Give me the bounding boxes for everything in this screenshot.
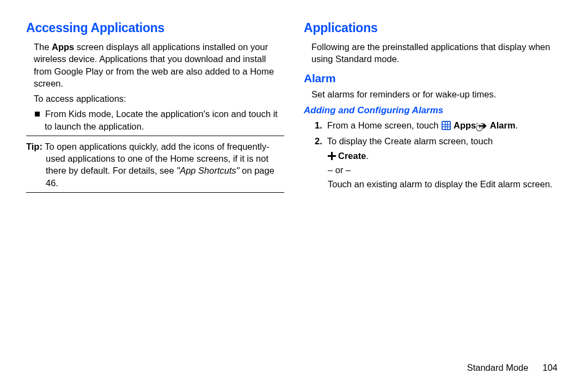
tip-label: Tip: [26, 142, 42, 151]
bullet-item: From Kids mode, Locate the application's… [26, 108, 284, 132]
create-label: Create [338, 151, 366, 161]
tip-block: Tip: To open applications quickly, add t… [26, 140, 284, 189]
period: . [366, 151, 369, 161]
bold-apps: Apps [52, 42, 74, 52]
apps-screen-paragraph: The Apps screen displays all application… [26, 41, 284, 89]
step-text: To display the Create alarm screen, touc… [327, 136, 493, 146]
footer-section: Standard Mode [467, 363, 529, 372]
preinstalled-paragraph: Following are the preinstalled applicati… [304, 41, 562, 65]
plus-icon [328, 152, 336, 160]
text: The [34, 42, 52, 52]
page-number: 104 [528, 363, 558, 372]
right-column: Applications Following are the preinstal… [294, 20, 562, 197]
bullet-text: From Kids mode, Locate the application's… [45, 109, 278, 131]
left-column: Accessing Applications The Apps screen d… [26, 20, 294, 197]
edit-alarm-paragraph: Touch an existing alarm to display the E… [304, 178, 562, 190]
step-number: 2. [315, 136, 322, 146]
apps-grid-icon [442, 121, 451, 130]
step-text: From a Home screen, touch [327, 120, 441, 130]
divider [26, 136, 284, 136]
square-bullet-icon [35, 112, 40, 117]
two-column-layout: Accessing Applications The Apps screen d… [26, 20, 562, 197]
alarm-label: Alarm [488, 120, 516, 130]
heading-accessing-applications: Accessing Applications [26, 20, 284, 36]
create-line: Create. [304, 150, 562, 162]
tip-reference: "App Shortcuts" [176, 166, 239, 175]
heading-adding-configuring: Adding and Configuring Alarms [304, 105, 562, 117]
step-number: 1. [315, 120, 322, 130]
step-1: 1. From a Home screen, touch Apps ➔ Alar… [304, 119, 562, 133]
period: . [516, 120, 518, 130]
alarm-desc-paragraph: Set alarms for reminders or for wake-up … [304, 88, 562, 100]
heading-alarm: Alarm [304, 71, 562, 86]
to-access-paragraph: To access applications: [26, 93, 284, 105]
step-2: 2. To display the Create alarm screen, t… [304, 135, 562, 147]
numbered-list: 1. From a Home screen, touch Apps ➔ Alar… [304, 119, 562, 190]
or-line: – or – [304, 164, 562, 176]
page-footer: Standard Mode104 [467, 362, 558, 373]
manual-page: Accessing Applications The Apps screen d… [0, 0, 588, 392]
divider [26, 192, 284, 193]
heading-applications: Applications [304, 20, 562, 36]
